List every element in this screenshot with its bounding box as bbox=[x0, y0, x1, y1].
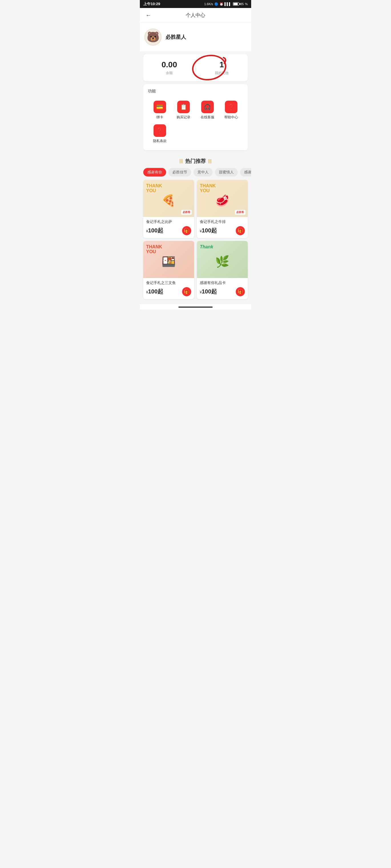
brand-badge-steak: 必胜客 bbox=[235, 210, 246, 215]
thank-you-text-green: Thank bbox=[200, 244, 213, 249]
product-price-salmon: ¥100起 bbox=[146, 288, 163, 296]
product-name-pizza: 食记手札之比萨 bbox=[146, 219, 191, 224]
home-indicator bbox=[140, 304, 251, 309]
filter-tag-thank[interactable]: 感谢有你 bbox=[143, 168, 166, 177]
functions-title: 功能 bbox=[148, 89, 243, 94]
product-price-steak: ¥100起 bbox=[200, 227, 217, 235]
product-image-pizza: THANKYOU 🍕 必胜客 bbox=[143, 180, 194, 217]
home-bar bbox=[178, 307, 213, 308]
food-icon-salmon: 🍱 bbox=[162, 255, 176, 268]
bind-card-label: 绑卡 bbox=[157, 115, 163, 120]
status-right: 1.6K/s 🔵 ⏰ ▌▌▌ 85% bbox=[204, 2, 248, 6]
network-speed: 1.6K/s bbox=[204, 2, 213, 6]
bluetooth-icon: 🔵 bbox=[214, 2, 218, 6]
price-suffix-pizza: 起 bbox=[158, 227, 163, 234]
food-icon-steak: 🥩 bbox=[215, 194, 229, 207]
page-title: 个人中心 bbox=[186, 12, 205, 19]
signal-icons: ▌▌▌ bbox=[225, 2, 231, 6]
filter-tag-thanks[interactable]: 感谢 bbox=[240, 168, 251, 177]
product-card-green[interactable]: Thank 🌿 感谢有你礼品卡 ¥100起 🎁 bbox=[197, 241, 248, 299]
product-name-salmon: 食记手札之三文鱼 bbox=[146, 280, 191, 285]
username: 必胜星人 bbox=[166, 34, 186, 40]
filter-tags: 感谢有你 必胜佳节 意中人 甜蜜情人 感谢 bbox=[140, 168, 251, 180]
bind-card-icon: 💳 bbox=[153, 101, 166, 113]
balance-section[interactable]: 0.00 余额 bbox=[143, 60, 196, 75]
functions-grid: 💳 绑卡 📋 购买记录 🎧 在线客服 ❓ 帮助中心 ❓ 隐私条款 bbox=[148, 98, 243, 146]
product-info-green: 感谢有你礼品卡 ¥100起 🎁 bbox=[197, 278, 248, 299]
hot-deco-right: ||| bbox=[208, 159, 212, 164]
avatar-image: 🐻 bbox=[147, 32, 160, 42]
product-bottom-steak: ¥100起 🎁 bbox=[200, 226, 245, 235]
balance-label: 余额 bbox=[143, 71, 196, 75]
header: ← 个人中心 bbox=[140, 8, 251, 23]
purchase-icon: 📋 bbox=[177, 101, 190, 113]
price-suffix-steak: 起 bbox=[211, 227, 217, 234]
functions-section: 功能 💳 绑卡 📋 购买记录 🎧 在线客服 ❓ 帮助中心 ❓ 隐私条款 bbox=[143, 84, 248, 150]
price-num-green: 100 bbox=[202, 288, 211, 294]
food-icon-green: 🌿 bbox=[215, 255, 229, 268]
gift-label: 我的礼物 bbox=[196, 71, 248, 75]
hot-section: ||| 热门推荐 ||| 感谢有你 必胜佳节 意中人 甜蜜情人 感谢 THANK… bbox=[140, 153, 251, 301]
product-image-green: Thank 🌿 bbox=[197, 241, 248, 278]
product-card-steak[interactable]: THANKYOU 🥩 必胜客 食记手札之牛排 ¥100起 🎁 bbox=[197, 180, 248, 238]
function-bind-card[interactable]: 💳 绑卡 bbox=[148, 98, 172, 122]
purchase-label: 购买记录 bbox=[177, 115, 190, 120]
service-label: 在线客服 bbox=[201, 115, 214, 120]
function-privacy[interactable]: ❓ 隐私条款 bbox=[148, 122, 172, 146]
product-price-pizza: ¥100起 bbox=[146, 227, 163, 235]
product-name-steak: 食记手札之牛排 bbox=[200, 219, 245, 224]
thank-you-text-steak: THANKYOU bbox=[200, 183, 216, 193]
product-bottom-green: ¥100起 🎁 bbox=[200, 287, 245, 296]
product-name-green: 感谢有你礼品卡 bbox=[200, 280, 245, 285]
alarm-icon: ⏰ bbox=[220, 2, 223, 6]
gift-section[interactable]: 1 我的礼物 bbox=[196, 60, 248, 75]
hot-deco-left: ||| bbox=[179, 159, 183, 164]
gift-button-salmon[interactable]: 🎁 bbox=[182, 287, 191, 296]
profile-section: 🐻 必胜星人 bbox=[140, 23, 251, 51]
price-num-salmon: 100 bbox=[148, 288, 158, 294]
product-info-salmon: 食记手札之三文鱼 ¥100起 🎁 bbox=[143, 278, 194, 299]
battery-level: 85 bbox=[240, 2, 244, 6]
hot-header: ||| 热门推荐 ||| bbox=[140, 158, 251, 164]
service-icon: 🎧 bbox=[201, 101, 214, 113]
product-bottom-salmon: ¥100起 🎁 bbox=[146, 287, 191, 296]
balance-amount: 0.00 bbox=[143, 60, 196, 69]
avatar[interactable]: 🐻 bbox=[144, 29, 162, 45]
gift-button-green[interactable]: 🎁 bbox=[236, 287, 245, 296]
thank-you-text-salmon: THANKYOU bbox=[146, 244, 162, 254]
product-grid: THANKYOU 🍕 必胜客 食记手札之比萨 ¥100起 🎁 THANKYOU … bbox=[140, 180, 251, 299]
product-info-pizza: 食记手札之比萨 ¥100起 🎁 bbox=[143, 217, 194, 238]
gift-count: 1 bbox=[196, 60, 248, 69]
product-image-salmon: THANKYOU 🍱 bbox=[143, 241, 194, 278]
thank-you-text-pizza: THANKYOU bbox=[146, 183, 162, 193]
product-image-steak: THANKYOU 🥩 必胜客 bbox=[197, 180, 248, 217]
price-num-steak: 100 bbox=[202, 227, 211, 234]
help-icon: ❓ bbox=[225, 101, 238, 113]
function-service[interactable]: 🎧 在线客服 bbox=[196, 98, 220, 122]
filter-tag-lover[interactable]: 意中人 bbox=[194, 168, 213, 177]
gift-button-steak[interactable]: 🎁 bbox=[236, 226, 245, 235]
privacy-label: 隐私条款 bbox=[153, 138, 167, 144]
filter-tag-festival[interactable]: 必胜佳节 bbox=[168, 168, 191, 177]
back-button[interactable]: ← bbox=[144, 11, 152, 20]
product-info-steak: 食记手札之牛排 ¥100起 🎁 bbox=[197, 217, 248, 238]
function-purchase[interactable]: 📋 购买记录 bbox=[172, 98, 196, 122]
product-bottom-pizza: ¥100起 🎁 bbox=[146, 226, 191, 235]
food-icon-pizza: 🍕 bbox=[162, 194, 176, 207]
privacy-icon: ❓ bbox=[153, 124, 166, 137]
product-card-salmon[interactable]: THANKYOU 🍱 食记手札之三文鱼 ¥100起 🎁 bbox=[143, 241, 194, 299]
status-bar: 上午10:29 1.6K/s 🔵 ⏰ ▌▌▌ 85% bbox=[140, 0, 251, 8]
help-label: 帮助中心 bbox=[224, 115, 238, 120]
product-card-pizza[interactable]: THANKYOU 🍕 必胜客 食记手札之比萨 ¥100起 🎁 bbox=[143, 180, 194, 238]
gift-button-pizza[interactable]: 🎁 bbox=[182, 226, 191, 235]
price-suffix-green: 起 bbox=[211, 288, 217, 294]
price-num-pizza: 100 bbox=[148, 227, 158, 234]
price-suffix-salmon: 起 bbox=[158, 288, 163, 294]
brand-badge-pizza: 必胜客 bbox=[181, 210, 192, 215]
filter-tag-sweet[interactable]: 甜蜜情人 bbox=[215, 168, 238, 177]
hot-title: 热门推荐 bbox=[185, 158, 206, 164]
status-time: 上午10:29 bbox=[143, 1, 160, 6]
function-help[interactable]: ❓ 帮助中心 bbox=[220, 98, 244, 122]
balance-card: 0.00 余额 1 我的礼物 bbox=[143, 54, 248, 81]
battery-icon bbox=[233, 2, 239, 6]
